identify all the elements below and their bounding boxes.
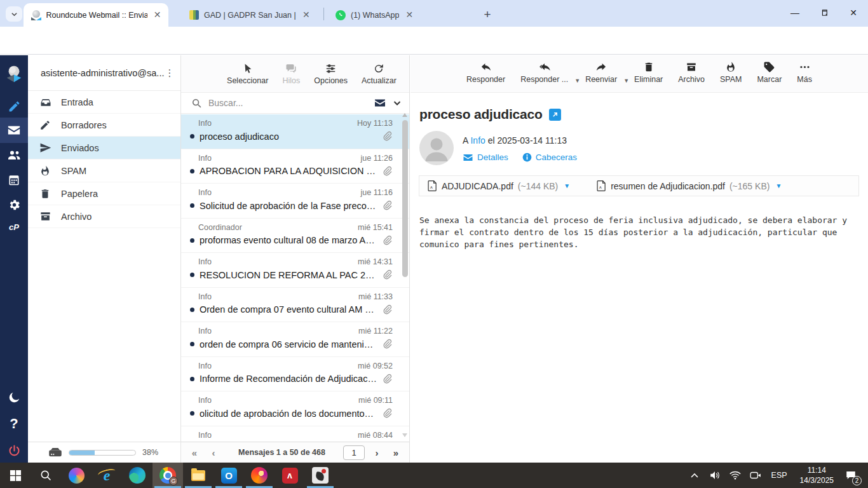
archive-button[interactable]: Archivo	[678, 61, 705, 84]
tab-search-button[interactable]	[6, 6, 22, 22]
pagination-summary: Mensajes 1 a 50 de 468	[226, 448, 338, 457]
browser-titlebar: Roundcube Webmail :: Enviados ✕ GAD | GA…	[0, 0, 868, 27]
email-date: mié 11:22	[358, 327, 393, 336]
forward-menu-icon[interactable]: ▼	[623, 78, 629, 84]
attachment-icon	[382, 269, 393, 280]
attachment-menu-icon[interactable]: ▼	[775, 182, 782, 189]
meet-now-icon[interactable]	[747, 467, 764, 484]
cpanel-icon[interactable]: cP	[0, 217, 28, 236]
taskbar-search-button[interactable]	[31, 463, 61, 488]
taskbar-chrome-button[interactable]: G	[153, 463, 183, 488]
tab-roundcube[interactable]: Roundcube Webmail :: Enviados ✕	[24, 3, 168, 27]
email-row[interactable]: Infomié 11:33 Orden de compra 07 evento …	[181, 288, 409, 323]
list-scrollbar[interactable]	[402, 120, 408, 277]
email-row[interactable]: Infojue 11:16 Solicitud de aprobación de…	[181, 184, 409, 219]
compose-icon[interactable]	[0, 93, 28, 119]
email-row[interactable]: Infomié 08:44	[181, 426, 409, 442]
settings-icon[interactable]	[0, 192, 28, 217]
taskbar-outlook-button[interactable]: O	[214, 463, 244, 488]
attachment-icon	[382, 235, 393, 246]
folder-enviados[interactable]: Enviados	[28, 137, 180, 159]
taskbar-explorer-button[interactable]	[183, 463, 214, 488]
refresh-button[interactable]: Actualizar	[362, 63, 397, 85]
calendar-icon[interactable]	[0, 167, 28, 193]
spam-button[interactable]: SPAM	[720, 61, 742, 84]
action-center-button[interactable]: 2	[843, 467, 859, 484]
dark-mode-icon[interactable]	[0, 384, 28, 410]
email-row[interactable]: Coordinadormié 15:41 proformas evento cu…	[181, 219, 409, 254]
tab-close-icon[interactable]: ✕	[301, 10, 311, 20]
reply-all-button[interactable]: Responder ...	[520, 61, 568, 84]
taskbar-acrobat-button[interactable]: ʌ	[275, 463, 305, 488]
taskbar-copilot-button[interactable]	[61, 463, 92, 488]
open-in-new-window-icon[interactable]	[549, 109, 561, 121]
forward-button[interactable]: Reenviar	[585, 61, 617, 84]
attachment-size: (~144 KB)	[518, 181, 558, 191]
close-window-button[interactable]: ✕	[839, 0, 868, 25]
email-row[interactable]: Infojue 11:26 APROBACION PARA LA ADQUISI…	[181, 149, 409, 184]
taskbar-clock[interactable]: 11:14 14/3/2025	[795, 465, 839, 485]
search-scope-mail-icon[interactable]	[374, 98, 386, 108]
contacts-icon[interactable]	[0, 142, 28, 168]
account-row[interactable]: asistente-administrativo@sa... ⋮	[28, 55, 180, 91]
taskbar-ie-button[interactable]: e	[92, 463, 122, 488]
restore-button[interactable]	[810, 0, 839, 25]
wifi-icon[interactable]	[727, 467, 743, 484]
attachment-item[interactable]: A ADJUDICADA.pdf (~144 KB) ▼	[428, 180, 570, 191]
attachment-icon	[382, 166, 393, 177]
tab-gad[interactable]: GAD | GADPR San Juan | ✕	[182, 3, 322, 27]
tab-close-icon[interactable]: ✕	[153, 10, 162, 20]
attachment-icon	[382, 408, 393, 419]
taskbar-edge-button[interactable]	[122, 463, 153, 488]
volume-icon[interactable]	[707, 467, 723, 484]
last-page-button[interactable]: »	[389, 447, 403, 458]
threads-button[interactable]: Hilos	[282, 63, 300, 85]
scroll-down-icon[interactable]	[402, 433, 407, 437]
roundcube-logo	[0, 59, 28, 88]
help-icon[interactable]: ?	[0, 411, 28, 437]
email-row[interactable]: Infomié 09:52 Informe de Recomendación d…	[181, 357, 409, 392]
language-indicator[interactable]: ESP	[768, 471, 791, 480]
minimize-button[interactable]: —	[780, 0, 810, 25]
attachment-menu-icon[interactable]: ▼	[564, 182, 570, 189]
mark-button[interactable]: Marcar	[757, 61, 782, 84]
next-page-button[interactable]: ›	[370, 447, 384, 458]
email-row[interactable]: Infomié 09:11 olicitud de aprobación de …	[181, 391, 409, 426]
reply-button[interactable]: Responder	[466, 61, 505, 84]
email-row[interactable]: InfoHoy 11:13 proceso adjudicaco	[181, 114, 409, 149]
mail-icon[interactable]	[0, 118, 28, 143]
tab-whatsapp[interactable]: (1) WhatsApp ✕	[328, 3, 470, 27]
headers-link[interactable]: Cabeceras	[522, 152, 577, 162]
details-link[interactable]: Detalles	[463, 152, 508, 162]
prev-page-button[interactable]: ‹	[207, 447, 220, 458]
reply-all-menu-icon[interactable]: ▼	[574, 78, 580, 84]
folder-papelera[interactable]: Papelera	[28, 182, 180, 205]
new-tab-button[interactable]: +	[480, 7, 495, 22]
logout-icon[interactable]	[0, 438, 28, 463]
more-button[interactable]: Más	[797, 61, 812, 84]
folder-borradores[interactable]: Borradores	[28, 114, 180, 137]
taskbar-java-button[interactable]	[305, 463, 336, 488]
email-row[interactable]: Infomié 14:31 RESOLUCION DE REFORMA AL P…	[181, 253, 409, 288]
select-button[interactable]: Seleccionar	[227, 63, 268, 85]
folder-spam[interactable]: SPAM	[28, 159, 180, 182]
account-menu-icon[interactable]: ⋮	[164, 67, 175, 79]
hidden-icons-chevron[interactable]	[686, 467, 703, 484]
delete-button[interactable]: Eliminar	[634, 61, 663, 84]
first-page-button[interactable]: «	[187, 447, 201, 458]
folder-entrada[interactable]: Entrada	[28, 91, 180, 114]
start-button[interactable]	[0, 463, 31, 488]
scroll-up-icon[interactable]	[402, 113, 407, 117]
page-input[interactable]	[343, 445, 365, 460]
ellipsis-icon	[799, 61, 811, 73]
search-input[interactable]	[208, 98, 367, 108]
tab-close-icon[interactable]: ✕	[404, 10, 414, 20]
attachment-item[interactable]: A resumen de Adjudicacion.pdf (~165 KB) …	[597, 180, 782, 191]
search-options-chevron-icon[interactable]	[393, 98, 402, 107]
folder-archivo[interactable]: Archivo	[28, 205, 180, 228]
recipient-link[interactable]: Info	[470, 135, 485, 146]
email-row[interactable]: Infomié 11:22 orden de compra 06 servici…	[181, 322, 409, 357]
options-button[interactable]: Opciones	[314, 63, 348, 85]
info-icon	[522, 152, 532, 162]
taskbar-firefox-button[interactable]	[244, 463, 275, 488]
